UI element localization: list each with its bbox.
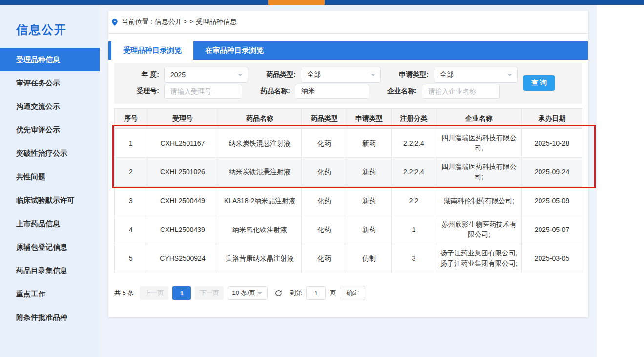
apply-type-select-value: 全部 <box>440 70 454 79</box>
table-cell: 2025-09-24 <box>522 158 582 187</box>
sidebar-item-label: 药品目录集信息 <box>16 266 67 274</box>
page-number-button[interactable]: 1 <box>172 286 191 300</box>
table-cell: 2.2 <box>392 187 436 215</box>
table-cell: 新药 <box>347 187 392 215</box>
table-cell: KLA318-2纳米晶注射液 <box>218 187 302 215</box>
sidebar-item[interactable]: 重点工作 <box>0 282 100 306</box>
table-cell: 仿制 <box>347 244 392 273</box>
filter-row-2: 受理号: 药品名称: 企业名称: <box>124 83 572 100</box>
table-cell: 苏州欣影生物医药技术有限公司; <box>436 215 522 244</box>
sidebar-item[interactable]: 临床试验默示许可 <box>0 189 100 212</box>
column-header: 承办日期 <box>522 109 582 129</box>
prev-page-button[interactable]: 上一页 <box>140 286 168 300</box>
table-cell: 2025-05-07 <box>522 215 582 244</box>
table-cell: 1 <box>115 129 147 158</box>
sidebar: 信息公开 受理品种信息 审评任务公示 沟通交流公示 优先审评公示 突破性治疗公示… <box>0 5 100 357</box>
table-cell: 纳米炭铁混悬注射液 <box>218 158 302 187</box>
sidebar-item[interactable]: 上市药品信息 <box>0 212 100 235</box>
pagination: 共 5 条 上一页 1 下一页 10 条/页 到第 页 确定 <box>114 286 582 300</box>
table-cell: 四川瀛瑞医药科技有限公司; <box>436 129 522 158</box>
table-cell: 化药 <box>302 215 347 244</box>
sidebar-item[interactable]: 突破性治疗公示 <box>0 142 100 165</box>
year-select[interactable]: 2025 <box>164 67 248 83</box>
year-select-value: 2025 <box>170 71 186 79</box>
chevron-down-icon <box>371 74 375 76</box>
sidebar-item[interactable]: 药品目录集信息 <box>0 259 100 282</box>
pagination-total: 共 5 条 <box>114 289 134 297</box>
table-cell: 化药 <box>302 158 347 187</box>
column-header: 药品类型 <box>302 109 347 129</box>
column-header: 序号 <box>115 109 147 129</box>
search-button[interactable]: 查 询 <box>523 75 555 91</box>
table-cell: 化药 <box>302 187 347 215</box>
table-cell: 2 <box>115 158 147 187</box>
goto-suffix: 页 <box>330 289 336 297</box>
sidebar-item[interactable]: 附条件批准品种 <box>0 306 100 329</box>
page-size-select[interactable]: 10 条/页 <box>228 286 268 300</box>
table-cell: CXHL2500449 <box>147 187 218 215</box>
table-cell: 3 <box>115 187 147 215</box>
table-cell: 3 <box>392 244 436 273</box>
drug-name-input[interactable] <box>295 84 369 99</box>
sidebar-item-label: 共性问题 <box>16 172 45 181</box>
table-row: 3CXHL2500449KLA318-2纳米晶注射液化药新药2.2湖南科伦制药有… <box>115 187 582 215</box>
table-cell: 新药 <box>347 129 392 158</box>
filter-row-1: 年 度: 2025 药品类型: 全部 申请类型: 全部 <box>124 66 572 83</box>
column-header: 药品名称 <box>218 109 302 129</box>
table-header-row: 序号受理号药品名称药品类型申请类型注册分类企业名称承办日期 <box>115 109 582 129</box>
column-header: 注册分类 <box>392 109 436 129</box>
sidebar-item[interactable]: 优先审评公示 <box>0 118 100 142</box>
top-accent-segment <box>268 0 325 5</box>
drug-type-select[interactable]: 全部 <box>301 67 381 83</box>
table-cell: 湖南科伦制药有限公司; <box>436 187 522 215</box>
company-name-input[interactable] <box>422 84 500 99</box>
table-cell: CXHL2501026 <box>147 158 218 187</box>
table-row: 5CYHS2500924美洛昔康纳米晶注射液化药仿制3扬子江药业集团有限公司;扬… <box>115 244 582 273</box>
goto-page-input[interactable] <box>306 286 326 300</box>
drug-name-label: 药品名称: <box>254 87 290 96</box>
sidebar-item[interactable]: 沟通交流公示 <box>0 95 100 118</box>
sidebar-item[interactable]: 共性问题 <box>0 165 100 189</box>
column-header: 受理号 <box>147 109 218 129</box>
goto-label: 到第 <box>290 289 302 297</box>
sidebar-item[interactable]: 原辅包登记信息 <box>0 235 100 259</box>
sidebar-item[interactable]: 审评任务公示 <box>0 71 100 95</box>
apply-type-label: 申请类型: <box>393 70 429 79</box>
table-row: 1CXHL2501167纳米炭铁混悬注射液化药新药2.2;2.4四川瀛瑞医药科技… <box>115 129 582 158</box>
chevron-down-icon <box>257 292 262 294</box>
page-size-select-value: 10 条/页 <box>232 289 255 297</box>
location-pin-icon <box>111 18 118 26</box>
sidebar-item[interactable]: 受理品种信息 <box>0 48 100 71</box>
main-card: 当前位置 : 信息公开 > > 受理品种信息 受理品种目录浏览 在审品种目录浏览… <box>108 11 588 317</box>
sidebar-item-label: 临床试验默示许可 <box>16 196 75 204</box>
drug-type-label: 药品类型: <box>260 70 296 79</box>
table-cell: 纳米氧化铁注射液 <box>218 215 302 244</box>
chevron-down-icon <box>238 74 243 76</box>
acceptance-number-input[interactable] <box>164 84 242 99</box>
table-row: 2CXHL2501026纳米炭铁混悬注射液化药新药2.2;2.4四川瀛瑞医药科技… <box>115 158 582 187</box>
apply-type-select[interactable]: 全部 <box>434 67 518 83</box>
refresh-icon[interactable] <box>274 289 283 297</box>
tab-under-review-catalog[interactable]: 在审品种目录浏览 <box>193 41 275 60</box>
breadcrumb: 当前位置 : 信息公开 > > 受理品种信息 <box>108 11 588 34</box>
year-label: 年 度: <box>124 70 159 79</box>
company-name-label: 企业名称: <box>381 87 417 96</box>
table-cell: 化药 <box>302 244 347 273</box>
tab-accepted-catalog[interactable]: 受理品种目录浏览 <box>111 41 193 60</box>
confirm-button[interactable]: 确定 <box>340 286 365 300</box>
next-page-button[interactable]: 下一页 <box>195 286 224 300</box>
table-cell: 1 <box>392 215 436 244</box>
table-cell: CXHL2501167 <box>147 129 218 158</box>
table-cell: 2025-03-05 <box>522 244 582 273</box>
sidebar-item-label: 上市药品信息 <box>16 219 60 228</box>
table-cell: 新药 <box>347 215 392 244</box>
chevron-down-icon <box>507 74 512 76</box>
table-cell: 4 <box>115 215 147 244</box>
sidebar-menu: 受理品种信息 审评任务公示 沟通交流公示 优先审评公示 突破性治疗公示 共性问题… <box>0 48 100 329</box>
table-cell: CXHL2500439 <box>147 215 218 244</box>
table-cell: 扬子江药业集团有限公司;扬子江药业集团有限公司; <box>436 244 522 273</box>
tab-bar: 受理品种目录浏览 在审品种目录浏览 <box>108 41 588 60</box>
table-cell: 2025-05-09 <box>522 187 582 215</box>
table-cell: 2.2;2.4 <box>392 129 436 158</box>
sidebar-item-label: 优先审评公示 <box>16 126 60 134</box>
